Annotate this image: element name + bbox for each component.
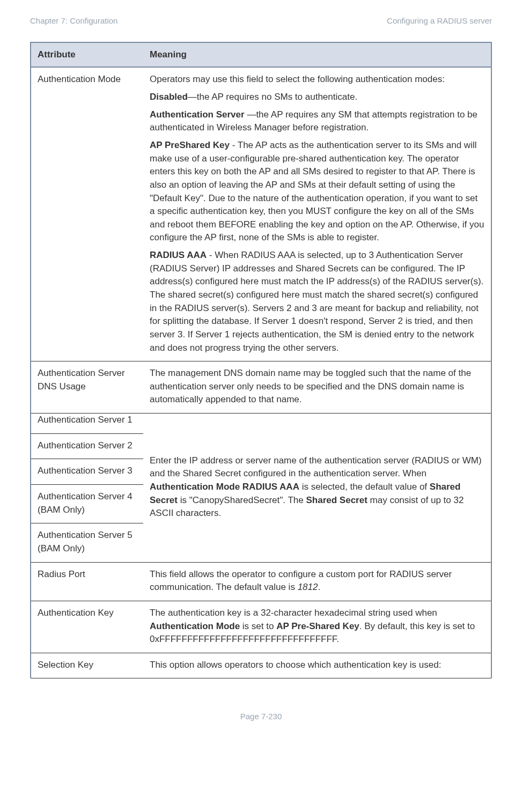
page-footer: Page 7-230 [30, 711, 492, 722]
attr-auth-server-3: Authentication Server 3 [31, 459, 143, 485]
attr-auth-server-2: Authentication Server 2 [31, 434, 143, 460]
meaning-auth-servers: Enter the IP address or server name of t… [143, 414, 491, 562]
page-header: Chapter 7: Configuration Configuring a R… [30, 15, 492, 27]
attr-authentication-key: Authentication Key [31, 601, 143, 653]
attr-auth-server-4: Authentication Server 4 (BAM Only) [31, 485, 143, 523]
meaning-radius-port: This field allows the operator to config… [143, 562, 491, 601]
attribute-table: Attribute Meaning Authentication Mode Op… [30, 42, 492, 679]
attr-authentication-mode: Authentication Mode [31, 67, 143, 361]
row-dns-usage: Authentication Server DNS Usage The mana… [31, 361, 491, 414]
auth-mode-disabled: Disabled—the AP requires no SMs to authe… [150, 91, 484, 104]
meaning-authentication-mode: Operators may use this field to select t… [143, 67, 491, 361]
auth-mode-intro: Operators may use this field to select t… [150, 73, 484, 86]
attr-auth-server-5: Authentication Server 5 (BAM Only) [31, 523, 143, 562]
row-authentication-mode: Authentication Mode Operators may use th… [31, 67, 491, 361]
meaning-selection-key: This option allows operators to choose w… [143, 653, 491, 678]
row-radius-port: Radius Port This field allows the operat… [31, 562, 491, 601]
meaning-dns-usage: The management DNS domain name may be to… [143, 361, 491, 414]
attr-radius-port: Radius Port [31, 562, 143, 601]
attr-selection-key: Selection Key [31, 653, 143, 678]
attr-auth-server-1: Authentication Server 1 [31, 408, 143, 434]
row-selection-key: Selection Key This option allows operato… [31, 653, 491, 678]
row-authentication-key: Authentication Key The authentication ke… [31, 601, 491, 653]
header-right: Configuring a RADIUS server [387, 15, 492, 27]
auth-mode-radius: RADIUS AAA - When RADIUS AAA is selected… [150, 249, 484, 355]
row-auth-servers: Authentication Server 1 Authentication S… [31, 414, 491, 562]
attr-auth-servers: Authentication Server 1 Authentication S… [31, 414, 143, 562]
auth-mode-authserver: Authentication Server —the AP requires a… [150, 108, 484, 135]
col-attribute: Attribute [31, 42, 143, 68]
col-meaning: Meaning [143, 42, 491, 68]
header-left: Chapter 7: Configuration [30, 15, 117, 27]
auth-mode-preshared: AP PreShared Key - The AP acts as the au… [150, 139, 484, 245]
attr-dns-usage: Authentication Server DNS Usage [31, 361, 143, 414]
meaning-authentication-key: The authentication key is a 32-character… [143, 601, 491, 653]
